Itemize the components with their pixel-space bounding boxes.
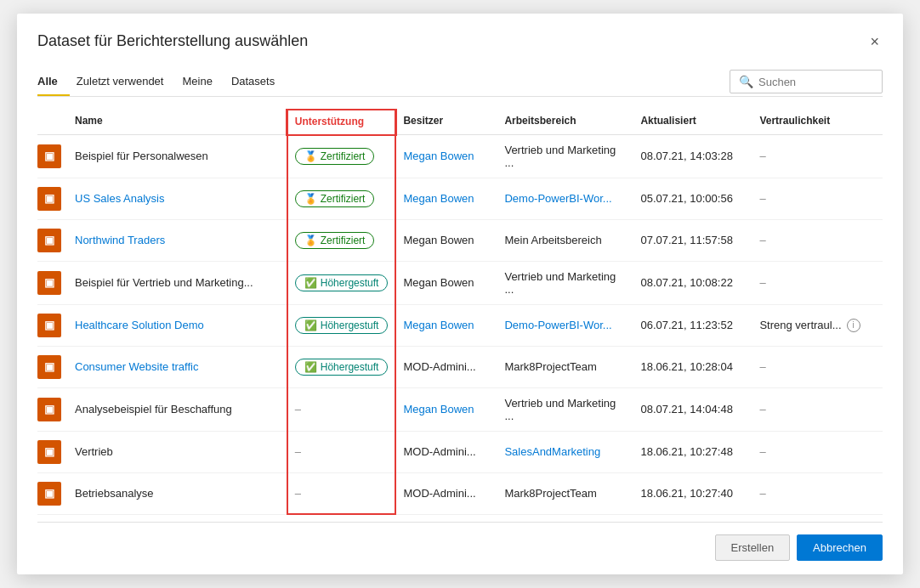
tabs-row: Alle Zuletzt verwendet Meine Datasets 🔍: [37, 68, 883, 97]
dataset-name-cell: US Sales Analysis: [68, 178, 287, 219]
no-confidentiality-dash: –: [759, 192, 765, 205]
table-row[interactable]: ▣Beispiel für Personalwesen🏅Zertifiziert…: [37, 134, 883, 178]
dataset-icon: ▣: [37, 440, 61, 464]
dataset-workspace-cell: Vertrieb und Marketing ...: [497, 261, 633, 304]
table-row[interactable]: ▣Betriebsanalyse–MOD-Admini...Mark8Proje…: [37, 472, 883, 514]
promoted-icon: ✅: [304, 319, 317, 331]
table-row[interactable]: ▣Consumer Website traffic✅HöhergestuftMO…: [37, 346, 883, 387]
badge-label: Zertifiziert: [321, 193, 366, 205]
dataset-confidentiality-cell: –: [752, 219, 883, 261]
owner-link[interactable]: Megan Bowen: [403, 403, 474, 416]
dataset-owner-cell: Megan Bowen: [395, 219, 497, 261]
tab-mine[interactable]: Meine: [182, 68, 224, 96]
tab-recent[interactable]: Zuletzt verwendet: [77, 68, 176, 96]
info-icon[interactable]: i: [847, 319, 860, 332]
table-row[interactable]: ▣Vertrieb–MOD-Admini...SalesAndMarketing…: [37, 431, 883, 472]
dataset-workspace-cell: Demo-PowerBI-Wor...: [497, 178, 633, 219]
table-header-row: Name Unterstützung Besitzer Arbeitsberei…: [37, 110, 883, 135]
dataset-workspace-cell: Vertrieb und Marketing ...: [497, 387, 633, 431]
badge-label: Zertifiziert: [321, 150, 366, 162]
owner-link[interactable]: Megan Bowen: [403, 150, 474, 162]
dataset-name-link[interactable]: Healthcare Solution Demo: [75, 319, 204, 331]
badge-label: Zertifiziert: [321, 235, 366, 246]
dataset-icon: ▣: [37, 355, 61, 379]
close-button[interactable]: ×: [866, 31, 883, 53]
table-row[interactable]: ▣Analysebeispiel für Beschaffung–Megan B…: [37, 387, 883, 431]
col-header-icon: [37, 110, 68, 135]
no-confidentiality-dash: –: [759, 150, 765, 162]
table-body: ▣Beispiel für Personalwesen🏅Zertifiziert…: [37, 134, 883, 514]
dataset-confidentiality-cell: –: [752, 387, 883, 431]
no-confidentiality-dash: –: [759, 403, 765, 416]
workspace-link[interactable]: Demo-PowerBI-Wor...: [504, 319, 611, 331]
certified-icon: 🏅: [304, 193, 317, 205]
no-confidentiality-dash: –: [759, 445, 765, 458]
dataset-workspace-cell: Demo-PowerBI-Wor...: [497, 304, 633, 346]
table-row[interactable]: ▣Beispiel für Vertrieb und Marketing...✅…: [37, 261, 883, 304]
table-row[interactable]: ▣Healthcare Solution Demo✅HöhergestuftMe…: [37, 304, 883, 346]
dataset-workspace-cell: Vertrieb und Marketing ...: [497, 134, 633, 178]
promoted-badge: ✅Höhergestuft: [295, 274, 389, 291]
dataset-name-link[interactable]: US Sales Analysis: [75, 192, 165, 205]
dataset-support-cell: ✅Höhergestuft: [287, 261, 396, 304]
cancel-button[interactable]: Abbrechen: [797, 534, 883, 561]
dataset-updated-cell: 18.06.21, 10:28:04: [633, 346, 752, 387]
table-container: Name Unterstützung Besitzer Arbeitsberei…: [37, 109, 883, 516]
dataset-owner-cell: MOD-Admini...: [395, 472, 497, 514]
footer-actions: Erstellen Abbrechen: [37, 522, 883, 561]
dataset-support-cell: –: [287, 387, 396, 431]
dataset-confidentiality-cell: –: [752, 178, 883, 219]
dataset-updated-cell: 18.06.21, 10:27:40: [633, 472, 752, 514]
promoted-icon: ✅: [304, 277, 317, 289]
col-header-updated: Aktualisiert: [633, 110, 752, 135]
col-header-confidentiality: Vertraulichkeit: [752, 110, 883, 135]
badge-label: Höhergestuft: [321, 319, 379, 331]
dataset-updated-cell: 08.07.21, 14:04:48: [633, 387, 752, 431]
no-confidentiality-dash: –: [759, 360, 765, 373]
dataset-name-cell: Beispiel für Personalwesen: [68, 134, 287, 178]
dataset-name-cell: Consumer Website traffic: [68, 346, 287, 387]
col-header-name: Name: [68, 110, 287, 135]
dataset-name-link[interactable]: Northwind Traders: [75, 234, 165, 246]
workspace-link[interactable]: Demo-PowerBI-Wor...: [504, 192, 611, 205]
dataset-workspace-cell: SalesAndMarketing: [497, 431, 633, 472]
dataset-workspace-cell: Mark8ProjectTeam: [497, 472, 633, 514]
dataset-owner-cell: Megan Bowen: [395, 304, 497, 346]
dataset-name-link[interactable]: Consumer Website traffic: [75, 360, 198, 373]
promoted-badge: ✅Höhergestuft: [295, 317, 389, 334]
dataset-owner-cell: Megan Bowen: [395, 134, 497, 178]
dataset-owner-cell: MOD-Admini...: [395, 346, 497, 387]
badge-label: Höhergestuft: [321, 277, 379, 289]
search-box: 🔍: [730, 70, 883, 93]
dataset-confidentiality-cell: –: [752, 261, 883, 304]
dialog-title: Dataset für Berichterstellung auswählen: [37, 32, 308, 50]
workspace-link[interactable]: SalesAndMarketing: [504, 445, 600, 458]
search-input[interactable]: [758, 76, 873, 88]
dataset-support-cell: 🏅Zertifiziert: [287, 134, 396, 178]
dataset-icon-cell: ▣: [37, 387, 68, 431]
confidentiality-wrapper: Streng vertraul...i: [759, 319, 876, 332]
tab-datasets[interactable]: Datasets: [231, 68, 287, 96]
badge-label: Höhergestuft: [321, 361, 379, 373]
dataset-icon: ▣: [37, 187, 61, 211]
confidentiality-label: Streng vertraul...: [759, 319, 841, 331]
table-row[interactable]: ▣US Sales Analysis🏅ZertifiziertMegan Bow…: [37, 178, 883, 219]
dataset-owner-cell: Megan Bowen: [395, 178, 497, 219]
dataset-workspace-cell: Mein Arbeitsbereich: [497, 219, 633, 261]
certified-badge: 🏅Zertifiziert: [295, 190, 375, 207]
dataset-icon-cell: ▣: [37, 431, 68, 472]
tab-all[interactable]: Alle: [37, 68, 70, 96]
owner-link[interactable]: Megan Bowen: [403, 319, 474, 331]
col-header-owner: Besitzer: [395, 110, 497, 135]
owner-link[interactable]: Megan Bowen: [403, 192, 474, 205]
dataset-support-cell: ✅Höhergestuft: [287, 346, 396, 387]
certified-badge: 🏅Zertifiziert: [295, 148, 375, 165]
table-row[interactable]: ▣Northwind Traders🏅ZertifiziertMegan Bow…: [37, 219, 883, 261]
dataset-icon-cell: ▣: [37, 261, 68, 304]
certified-icon: 🏅: [304, 150, 317, 162]
col-header-workspace: Arbeitsbereich: [497, 110, 633, 135]
create-button[interactable]: Erstellen: [715, 534, 791, 561]
dataset-icon-cell: ▣: [37, 472, 68, 514]
promoted-icon: ✅: [304, 361, 317, 373]
dataset-name-cell: Betriebsanalyse: [68, 472, 287, 514]
